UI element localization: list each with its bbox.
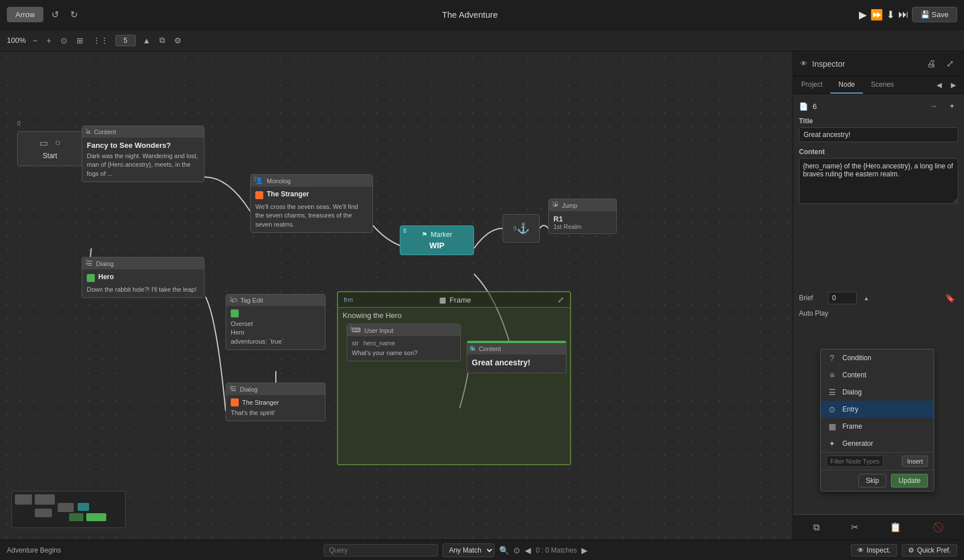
node-5[interactable]: 5 ⌨ User Input str hero_name What's your… xyxy=(347,324,461,361)
tag-color-dot xyxy=(231,309,239,317)
node-1-header: ≡ Content xyxy=(82,126,204,138)
node-2-header: ☰ Dialog xyxy=(82,257,204,269)
node-3-header: 🏷 Tag Edit xyxy=(226,295,325,306)
insp-bookmark-button[interactable]: 🔖 xyxy=(942,291,958,305)
query-section: Any Match 🔍 ⊙ ◀ 0 : 0 Matches ▶ xyxy=(67,543,845,557)
node-2-id: 2 xyxy=(85,259,89,265)
expand-frame-button[interactable]: ⤢ xyxy=(557,295,564,304)
menu-item-condition[interactable]: ? Condition xyxy=(821,349,934,366)
node-5-id: 5 xyxy=(350,326,354,332)
insp-brief-input[interactable] xyxy=(828,292,857,304)
insp-delete-button[interactable]: 🚫 xyxy=(928,519,949,535)
redo-button[interactable]: ↻ xyxy=(67,7,81,22)
frame-id: frm xyxy=(344,296,353,303)
filter-input[interactable] xyxy=(826,456,883,467)
arrow-tool-button[interactable]: Arrow xyxy=(7,7,43,22)
node-5-varname: hero_name xyxy=(363,340,395,347)
node-2[interactable]: 2 ☰ Dialog Hero Down the rabbit hole?! I… xyxy=(82,257,204,298)
node-9[interactable]: 9 ⚓ xyxy=(503,214,540,243)
skip-button[interactable]: Skip xyxy=(858,474,886,488)
menu-item-frame[interactable]: ▦ Frame xyxy=(821,418,934,435)
start-node[interactable]: ▭ ○ Start xyxy=(17,131,83,166)
menu-item-entry[interactable]: ⊙ Entry xyxy=(821,401,934,418)
skip-end-button[interactable]: ⏭ xyxy=(898,9,909,21)
inspector-next-button[interactable]: ▶ xyxy=(947,79,959,91)
node-10-jump[interactable]: 10 ➤ Jump R1 1st Realm xyxy=(548,199,617,234)
node-4-body: The Stranger That's the spirit! xyxy=(226,395,325,421)
right-toolbar: ▶ ⏩ ⬇ ⏭ 💾 Save xyxy=(859,7,957,22)
fit-button[interactable]: ⊙ xyxy=(58,35,70,46)
node-3-tagedit[interactable]: 3 🏷 Tag Edit Overset Hero adventurous: `… xyxy=(226,294,326,350)
step-count-input[interactable] xyxy=(115,35,136,46)
node-id-value: 6 xyxy=(813,102,817,111)
undo-button[interactable]: ↺ xyxy=(48,7,62,22)
menu-item-generator[interactable]: ✦ Generator xyxy=(821,435,934,452)
inspector-print-button[interactable]: 🖨 xyxy=(923,56,939,71)
canvas[interactable]: 0 ▭ ○ Start 1 ≡ Content Fancy to See Won… xyxy=(0,51,793,539)
node-7-type: Monolog xyxy=(267,178,291,184)
insp-star-button[interactable]: ✦ xyxy=(946,100,958,112)
node-2-body: Hero Down the rabbit hole?! I'll take th… xyxy=(82,269,204,297)
node-0-id: 0 xyxy=(17,120,21,127)
insp-title-input[interactable] xyxy=(799,127,958,142)
play-button[interactable]: ▶ xyxy=(859,9,867,21)
condition-icon: ? xyxy=(828,353,837,362)
insp-id-row: 📄 6 ↔ ✦ xyxy=(799,100,958,112)
next-match-button[interactable]: ▶ xyxy=(581,546,588,555)
node-4-speaker: The Stranger xyxy=(242,399,279,406)
node-4-dialog[interactable]: 4 ☰ Dialog The Stranger That's the spiri… xyxy=(226,382,326,421)
insp-brief-row: Brief ▲ 🔖 xyxy=(799,291,958,305)
node-7[interactable]: 7 👤 Monolog The Stranger We'll cross the… xyxy=(250,174,373,233)
node-6-type: Content xyxy=(479,345,501,352)
insp-brief-up[interactable]: ▲ xyxy=(860,293,873,304)
step-up-button[interactable]: ▲ xyxy=(140,35,153,46)
any-match-dropdown[interactable]: Any Match xyxy=(443,543,495,557)
minimap-svg xyxy=(12,491,126,528)
copy-button[interactable]: ⧉ xyxy=(157,34,167,46)
settings-button[interactable]: ⚙ xyxy=(172,35,184,46)
fast-forward-button[interactable]: ⏩ xyxy=(870,9,883,21)
eye-icon: 👁 xyxy=(857,546,864,554)
query-input[interactable] xyxy=(324,544,438,557)
svg-rect-1 xyxy=(35,494,55,505)
node-6-title: Great ancestry! xyxy=(472,358,561,367)
main-area: 0 ▭ ○ Start 1 ≡ Content Fancy to See Won… xyxy=(0,51,964,539)
doc-icon: 📄 xyxy=(799,102,808,111)
frame-node[interactable]: frm ▦ Frame ⤢ Knowing the Hero 5 ⌨ User … xyxy=(337,291,571,465)
menu-item-dialog[interactable]: ☰ Dialog xyxy=(821,384,934,401)
insp-cut-button[interactable]: ✂ xyxy=(846,519,863,535)
node-7-speaker: The Stranger xyxy=(267,190,309,198)
prev-match-button[interactable]: ◀ xyxy=(525,546,531,555)
inspector-expand-button[interactable]: ⤢ xyxy=(943,56,957,71)
arrange-button[interactable]: ⋮⋮ xyxy=(90,35,111,46)
tab-project[interactable]: Project xyxy=(793,76,830,94)
download-button[interactable]: ⬇ xyxy=(886,9,895,21)
tab-scenes[interactable]: Scenes xyxy=(863,76,902,94)
insp-link-button[interactable]: ↔ xyxy=(927,100,941,112)
regex-button[interactable]: ⊙ xyxy=(513,546,520,555)
insp-autoplay-row: Auto Play xyxy=(799,309,958,317)
node-6-content[interactable]: 6 ≡ Content Great ancestry! xyxy=(467,341,567,373)
save-button[interactable]: 💾 Save xyxy=(912,7,957,22)
menu-item-frame-label: Frame xyxy=(842,422,862,430)
inspect-button[interactable]: 👁 Inspect. xyxy=(851,544,897,557)
node-10-id: 10 xyxy=(552,201,558,207)
inspector-prev-button[interactable]: ◀ xyxy=(933,79,945,91)
update-button[interactable]: Update xyxy=(891,474,928,488)
insert-button[interactable]: Insert xyxy=(902,456,928,467)
insp-paste-button[interactable]: 📋 xyxy=(885,519,906,535)
insp-content-textarea[interactable]: {hero_name} of the {Hero.ancestry}, a lo… xyxy=(799,158,958,204)
insp-copy-button[interactable]: ⧉ xyxy=(809,520,824,535)
quickpref-button[interactable]: ⚙ Quick Pref. xyxy=(902,544,957,557)
tab-node[interactable]: Node xyxy=(830,76,863,94)
menu-item-content[interactable]: ≡ Content xyxy=(821,366,934,384)
node-6-header: ≡ Content xyxy=(467,343,566,354)
grid-button[interactable]: ⊞ xyxy=(74,35,86,46)
search-button[interactable]: 🔍 xyxy=(499,546,509,555)
zoom-in-button[interactable]: + xyxy=(44,35,53,46)
node-1[interactable]: 1 ≡ Content Fancy to See Wonders? Dark w… xyxy=(82,126,204,182)
node-8-marker[interactable]: 8 ⚑ Marker WIP xyxy=(400,225,474,255)
zoom-out-button[interactable]: − xyxy=(30,35,39,46)
node-3-type: Tag Edit xyxy=(240,297,263,304)
node-type-menu: ? Condition ≡ Content ☰ Dialog ⊙ Entry ▦ xyxy=(820,349,934,491)
